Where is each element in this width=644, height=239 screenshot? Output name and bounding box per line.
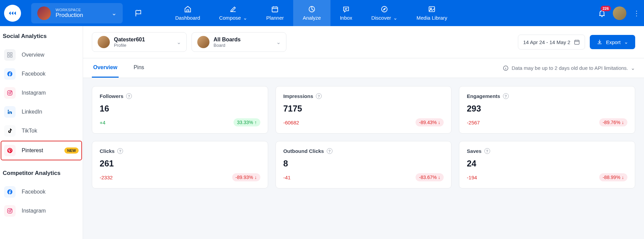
chevron-down-icon: ⌄	[393, 15, 398, 21]
main-content: Qatester601 Profile ⌄ All Boards Board ⌄…	[83, 26, 644, 239]
svg-rect-7	[7, 56, 9, 57]
facebook-icon	[4, 68, 16, 80]
board-avatar	[197, 36, 209, 48]
top-navigation: WORKSPACE Production ⌄ Dashboard Compose…	[0, 0, 644, 26]
help-icon[interactable]: ?	[484, 148, 490, 154]
metric-title: Followers	[100, 93, 123, 99]
metric-card: Impressions ? 7175 -60682 -89.43% ↓	[276, 86, 452, 134]
date-range-picker[interactable]: 14 Apr 24 - 14 May 2	[518, 35, 585, 49]
dropdown-title: Qatester601	[114, 37, 173, 43]
nav-label: Media Library	[417, 15, 447, 21]
svg-point-4	[430, 8, 432, 9]
nav-planner[interactable]: Planner	[257, 0, 294, 26]
metric-delta: -194	[467, 175, 477, 180]
instagram-icon	[4, 87, 16, 99]
sidebar-item-label: Facebook	[22, 189, 79, 195]
svg-rect-5	[7, 53, 9, 54]
workspace-selector[interactable]: WORKSPACE Production ⌄	[31, 3, 123, 23]
sidebar-item-pinterest[interactable]: Pinterest NEW	[1, 141, 82, 160]
metric-delta: -41	[283, 175, 291, 180]
metric-card: Outbound Clicks ? 8 -41 -83.67% ↓	[276, 141, 452, 188]
profile-dropdown[interactable]: Qatester601 Profile ⌄	[92, 32, 187, 52]
nav-media-library[interactable]: Media Library	[407, 0, 457, 26]
notifications-button[interactable]: 226	[598, 9, 606, 17]
dropdown-subtitle: Profile	[114, 43, 173, 48]
notification-badge: 226	[601, 6, 611, 11]
metric-value: 261	[100, 159, 260, 168]
toolbar: Qatester601 Profile ⌄ All Boards Board ⌄…	[83, 26, 644, 58]
tab-pins[interactable]: Pins	[132, 58, 145, 78]
metric-title: Clicks	[100, 148, 115, 154]
help-icon[interactable]: ?	[316, 93, 322, 99]
app-logo[interactable]	[4, 5, 21, 22]
tab-bar: Overview Pins Data may be up to 2 days o…	[83, 58, 644, 78]
svg-rect-8	[11, 56, 12, 57]
metric-card: Engagements ? 293 -2567 -89.76% ↓	[459, 86, 635, 134]
metric-card: Followers ? 16 +4 33.33% ↑	[92, 86, 268, 134]
more-menu-icon[interactable]: ⋮	[633, 9, 640, 17]
chevron-down-icon: ⌄	[177, 39, 181, 45]
data-freshness-note[interactable]: Data may be up to 2 days old due to API …	[503, 59, 635, 77]
sidebar-item-competitor-facebook[interactable]: Facebook	[1, 183, 81, 201]
calendar-icon	[271, 5, 279, 13]
dropdown-title: All Boards	[214, 37, 272, 43]
metric-pct-change: -88.99% ↓	[599, 173, 627, 181]
workspace-label: WORKSPACE	[56, 8, 107, 12]
nav-label: Analyze	[303, 15, 321, 21]
sidebar-item-label: Instagram	[22, 90, 79, 96]
workspace-avatar	[37, 6, 51, 20]
sidebar-item-label: Pinterest	[22, 147, 58, 154]
metric-title: Engagements	[467, 93, 500, 99]
sidebar: Social Analytics Overview Facebook Insta…	[0, 26, 83, 239]
nav-discover[interactable]: Discover⌄	[362, 0, 407, 26]
sidebar-item-facebook[interactable]: Facebook	[1, 65, 81, 83]
metric-delta: +4	[100, 120, 105, 125]
export-button[interactable]: Export ⌄	[590, 35, 635, 49]
chevron-down-icon: ⌄	[276, 39, 281, 45]
metric-value: 293	[467, 104, 627, 114]
metric-delta: -2332	[100, 175, 113, 180]
help-icon[interactable]: ?	[126, 93, 132, 99]
date-range-text: 14 Apr 24 - 14 May 2	[523, 39, 570, 45]
tab-overview[interactable]: Overview	[92, 58, 119, 78]
sidebar-item-linkedin[interactable]: LinkedIn	[1, 103, 81, 121]
sidebar-item-tiktok[interactable]: TikTok	[1, 122, 81, 140]
sidebar-item-instagram[interactable]: Instagram	[1, 84, 81, 102]
board-dropdown[interactable]: All Boards Board ⌄	[192, 32, 286, 52]
metric-card: Clicks ? 261 -2332 -89.93% ↓	[92, 141, 268, 188]
dropdown-subtitle: Board	[214, 43, 272, 48]
flag-icon[interactable]	[135, 9, 142, 17]
nav-label: Compose	[219, 15, 241, 21]
note-text: Data may be up to 2 days old due to API …	[511, 65, 628, 71]
metric-delta: -2567	[467, 120, 480, 125]
metric-title: Saves	[467, 148, 481, 154]
svg-point-11	[11, 91, 12, 92]
metric-pct-change: -89.43% ↓	[416, 118, 444, 126]
sidebar-item-label: LinkedIn	[22, 109, 79, 115]
info-icon	[503, 65, 509, 71]
help-icon[interactable]: ?	[327, 148, 333, 154]
sidebar-section-title: Competitor Analytics	[0, 170, 83, 182]
image-icon	[428, 5, 436, 13]
chat-icon	[342, 5, 350, 13]
logo-icon	[8, 9, 17, 18]
help-icon[interactable]: ?	[117, 148, 123, 154]
nav-label: Discover	[371, 15, 391, 21]
sidebar-section-title: Social Analytics	[0, 33, 83, 45]
nav-dashboard[interactable]: Dashboard	[166, 0, 209, 26]
svg-point-14	[11, 209, 12, 210]
nav-compose[interactable]: Compose⌄	[209, 0, 257, 26]
sidebar-item-overview[interactable]: Overview	[1, 46, 81, 64]
metric-value: 16	[100, 104, 260, 114]
help-icon[interactable]: ?	[503, 93, 509, 99]
facebook-icon	[4, 186, 16, 198]
home-icon	[184, 5, 192, 13]
metric-title: Outbound Clicks	[283, 148, 324, 154]
metric-pct-change: -89.76% ↓	[599, 118, 627, 126]
nav-analyze[interactable]: Analyze	[293, 0, 330, 26]
svg-point-2	[382, 6, 387, 12]
user-avatar[interactable]	[613, 6, 626, 20]
nav-inbox[interactable]: Inbox	[330, 0, 362, 26]
sidebar-item-competitor-instagram[interactable]: Instagram	[1, 202, 81, 220]
metric-card: Saves ? 24 -194 -88.99% ↓	[459, 141, 635, 188]
